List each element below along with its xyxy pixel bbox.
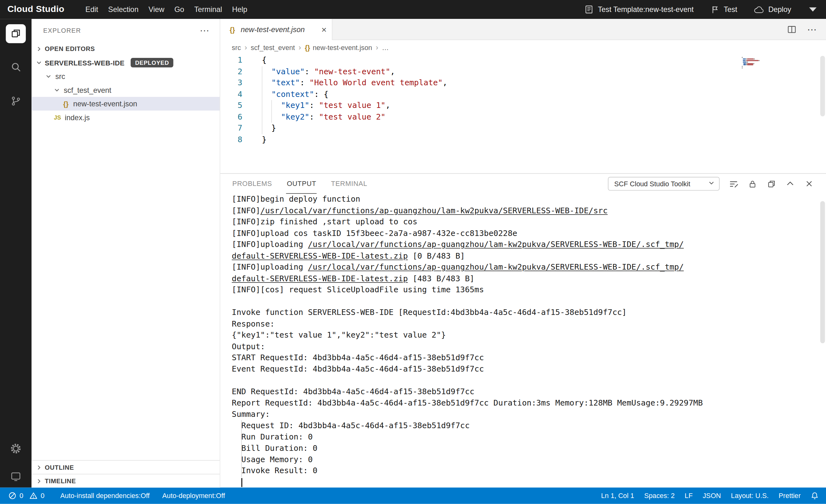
source-control-icon[interactable] xyxy=(10,95,22,107)
line-number: 2 xyxy=(220,66,248,77)
warnings-icon xyxy=(30,492,38,500)
js-file-icon: JS xyxy=(53,114,62,121)
status-json[interactable]: JSON xyxy=(703,492,721,500)
panel-tab-output[interactable]: OUTPUT xyxy=(286,174,317,194)
status-ln-1-col-1[interactable]: Ln 1, Col 1 xyxy=(601,492,634,500)
output-line: Request ID: 4bd3bb4a-4a5c-46d4-af15-38eb… xyxy=(232,420,826,431)
problems-status[interactable]: 0 0 xyxy=(8,492,48,500)
search-icon[interactable] xyxy=(10,61,22,73)
editor-tabbar: {} new-test-event.json × ⋯ xyxy=(220,19,826,40)
code-text: "key1": "test value 1", xyxy=(248,100,390,111)
code-line-1[interactable]: 1{ xyxy=(220,55,826,66)
test-button[interactable]: Test xyxy=(710,5,737,14)
output-line: Invoke function SERVERLESS-WEB-IDE [Requ… xyxy=(232,307,826,318)
menu-view[interactable]: View xyxy=(149,5,164,14)
test-template-button[interactable]: Test Template:new-test-event xyxy=(584,5,694,14)
test-label: Test xyxy=(724,5,737,14)
split-editor-icon[interactable] xyxy=(787,24,796,34)
code-line-2[interactable]: 2 "value": "new-test-event", xyxy=(220,66,826,77)
workspace-section[interactable]: SERVERLESS-WEB-IDE DEPLOYED xyxy=(32,56,219,69)
bottom-panel: PROBLEMSOUTPUTTERMINAL SCF Cloud Studio … xyxy=(220,173,826,488)
explorer-more-actions-icon[interactable]: ⋯ xyxy=(199,26,209,35)
notifications-bell-icon[interactable] xyxy=(811,492,819,500)
close-tab-icon[interactable]: × xyxy=(321,25,327,34)
menu-go[interactable]: Go xyxy=(174,5,184,14)
output-line: [INFO][cos] request SliceUploadFile usin… xyxy=(232,285,826,296)
panel-tab-problems[interactable]: PROBLEMS xyxy=(232,174,273,194)
clear-output-icon[interactable] xyxy=(728,178,739,189)
status-auto-deployment-off[interactable]: Auto-deployment:Off xyxy=(163,492,225,500)
file-link[interactable]: default-SERVERLESS-WEB-IDE-latest.zip xyxy=(232,251,408,260)
statusbar-left-items: Auto-install dependencies:OffAuto-deploy… xyxy=(60,492,225,500)
tree-item-src[interactable]: src xyxy=(32,69,219,83)
lock-scroll-icon[interactable] xyxy=(747,178,757,189)
file-link[interactable]: /usr/local/var/functions/ap-guangzhou/la… xyxy=(308,262,684,271)
breadcrumb-item-src[interactable]: src xyxy=(232,44,241,51)
deploy-button[interactable]: Deploy xyxy=(754,5,791,14)
open-output-in-editor-icon[interactable] xyxy=(766,178,776,189)
text-cursor xyxy=(241,478,242,487)
settings-gear-icon[interactable] xyxy=(9,442,22,455)
line-number: 5 xyxy=(220,100,248,111)
file-link[interactable]: default-SERVERLESS-WEB-IDE-latest.zip xyxy=(232,273,408,283)
panel-tab-terminal[interactable]: TERMINAL xyxy=(331,174,368,194)
file-link[interactable]: /usr/local/var/functions/ap-guangzhou/la… xyxy=(308,239,684,249)
json-file-icon: {} xyxy=(228,25,237,34)
explorer-icon[interactable] xyxy=(6,24,26,43)
chevron-right-icon xyxy=(35,477,43,485)
menu-terminal[interactable]: Terminal xyxy=(194,5,222,14)
outline-section[interactable]: OUTLINE xyxy=(32,460,219,474)
minimap[interactable] xyxy=(742,57,773,69)
close-panel-icon[interactable] xyxy=(804,178,814,189)
menu-selection[interactable]: Selection xyxy=(108,5,138,14)
chevron-down-icon xyxy=(44,73,53,80)
tab-new-test-event-json[interactable]: {} new-test-event.json × xyxy=(220,19,333,40)
editor-more-actions-icon[interactable]: ⋯ xyxy=(807,24,817,34)
status-layout-u-s[interactable]: Layout: U.S. xyxy=(731,492,769,500)
code-editor[interactable]: 1{2 "value": "new-test-event",3 "text": … xyxy=(220,55,826,173)
output-line xyxy=(232,477,826,487)
code-line-4[interactable]: 4 "context": { xyxy=(220,89,826,100)
status-auto-install-dependencies-off[interactable]: Auto-install dependencies:Off xyxy=(60,492,150,500)
test-flag-icon xyxy=(710,5,719,14)
output-line: [INFO]uploading /usr/local/var/functions… xyxy=(232,262,826,273)
code-line-6[interactable]: 6 "key2": "test value 2" xyxy=(220,111,826,123)
code-line-3[interactable]: 3 "text": "Hello World event template", xyxy=(220,77,826,89)
breadcrumb-item-new-test-event-json[interactable]: {}new-test-event.json xyxy=(305,44,372,51)
app-logo: Cloud Studio xyxy=(7,4,64,14)
test-template-label: Test Template:new-test-event xyxy=(598,5,694,14)
file-label: index.js xyxy=(65,113,90,122)
code-line-7[interactable]: 7 } xyxy=(220,123,826,134)
maximize-panel-icon[interactable] xyxy=(785,178,795,189)
code-line-8[interactable]: 8} xyxy=(220,134,826,145)
panel-tabs: PROBLEMSOUTPUTTERMINAL xyxy=(232,174,381,194)
chevron-down-icon xyxy=(35,59,43,66)
output-line: START RequestId: 4bd3bb4a-4a5c-46d4-af15… xyxy=(232,352,826,364)
output-log[interactable]: [INFO]begin deploy function[INFO]/usr/lo… xyxy=(220,194,826,488)
breadcrumb-item-[interactable]: … xyxy=(382,44,389,51)
menu-help[interactable]: Help xyxy=(232,5,247,14)
dropdown-caret-icon[interactable] xyxy=(809,7,816,11)
status-spaces-2[interactable]: Spaces: 2 xyxy=(644,492,674,500)
status-prettier[interactable]: Prettier xyxy=(779,492,801,500)
code-line-5[interactable]: 5 "key1": "test value 1", xyxy=(220,100,826,111)
scrollbar-thumb[interactable] xyxy=(820,56,825,116)
timeline-section[interactable]: TIMELINE xyxy=(32,474,219,488)
menu-edit[interactable]: Edit xyxy=(85,5,98,14)
output-channel-select[interactable]: SCF Cloud Studio Toolkit xyxy=(608,177,720,191)
output-line: default-SERVERLESS-WEB-IDE-latest.zip [0… xyxy=(232,250,826,262)
activity-bar xyxy=(0,19,32,487)
editor-scrollbar[interactable] xyxy=(819,55,826,173)
status-lf[interactable]: LF xyxy=(685,492,693,500)
json-file-icon: {} xyxy=(61,100,70,108)
output-line: default-SERVERLESS-WEB-IDE-latest.zip [4… xyxy=(232,273,826,285)
open-editors-section[interactable]: OPEN EDITORS xyxy=(32,42,219,56)
file-link[interactable]: /usr/local/var/functions/ap-guangzhou/la… xyxy=(260,206,607,215)
statusbar-right: Ln 1, Col 1Spaces: 2LFJSONLayout: U.S.Pr… xyxy=(601,492,818,500)
screen-preview-icon[interactable] xyxy=(10,470,22,482)
tree-item-index-js[interactable]: JSindex.js xyxy=(32,111,219,124)
breadcrumb-item-scf-test-event[interactable]: scf_test_event xyxy=(251,44,295,51)
tree-item-new-test-event-json[interactable]: {}new-test-event.json xyxy=(32,97,219,111)
tree-item-scf-test-event[interactable]: scf_test_event xyxy=(32,83,219,97)
menubar: EditSelectionViewGoTerminalHelp xyxy=(85,5,247,14)
